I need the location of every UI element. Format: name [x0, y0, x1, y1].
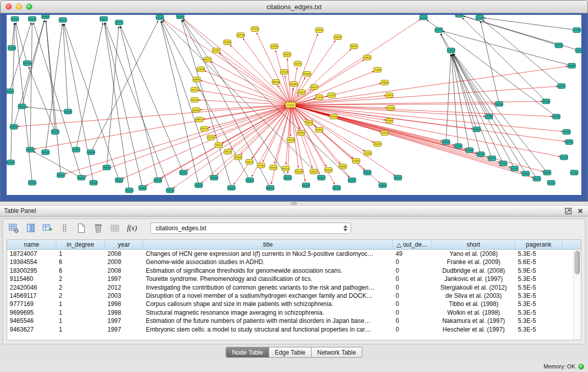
graph-node[interactable]: 16568	[64, 109, 72, 114]
tab-network-table[interactable]: Network Table	[311, 347, 362, 358]
graph-node[interactable]: 18095	[568, 63, 576, 68]
column-header-pagerank[interactable]: pagerank	[515, 240, 562, 249]
graph-node[interactable]: 16640	[334, 35, 341, 39]
graph-node[interactable]: 15449	[364, 151, 372, 156]
graph-node[interactable]: 11040	[476, 15, 484, 19]
graph-node[interactable]: 17757	[328, 93, 335, 97]
graph-node[interactable]: 96126	[282, 166, 290, 171]
graph-node[interactable]: 18452	[548, 180, 555, 185]
import-table-icon[interactable]	[41, 222, 54, 235]
graph-node[interactable]: 25675	[51, 129, 59, 134]
graph-node[interactable]: 16940	[166, 188, 174, 192]
graph-node[interactable]: 22060	[271, 44, 278, 49]
graph-node[interactable]: 16640	[522, 171, 530, 176]
table-row[interactable]: 977716911998Corpus callosum shape and si…	[7, 300, 573, 308]
graph-node[interactable]: 18123	[246, 178, 254, 182]
graph-node[interactable]: 95493	[324, 168, 332, 172]
graph-node[interactable]: 96101	[350, 44, 358, 49]
graph-node[interactable]: 11543	[454, 144, 462, 148]
graph-node[interactable]: 28181	[11, 16, 18, 21]
tab-edge-table[interactable]: Edge Table	[269, 347, 312, 358]
graph-node[interactable]: 16265	[290, 82, 298, 86]
graph-node[interactable]: 11548	[573, 28, 581, 32]
table-row[interactable]: 1938455462009Genome-wide association stu…	[7, 258, 573, 266]
float-panel-icon[interactable]	[564, 207, 572, 214]
graph-node[interactable]: 81304	[420, 15, 427, 19]
graph-node[interactable]: 91056	[28, 180, 36, 185]
graph-node[interactable]: 17771	[315, 95, 323, 99]
graph-node[interactable]: 10770	[435, 28, 443, 32]
graph-node[interactable]: 27514	[280, 70, 288, 74]
graph-node[interactable]: 95051	[115, 178, 123, 182]
graph-node[interactable]: 55923	[177, 15, 184, 19]
graph-node[interactable]: 16046	[7, 160, 14, 165]
graph-node[interactable]: 25605	[10, 124, 17, 129]
graph-node[interactable]: 25160	[8, 46, 15, 50]
table-row[interactable]: 1830029562008Estimation of significance …	[7, 267, 573, 275]
graph-node[interactable]: 96162	[41, 150, 49, 155]
graph-node[interactable]: 89918	[154, 178, 162, 182]
graph-node[interactable]: 74850	[381, 80, 388, 85]
graph-node[interactable]: 12606	[224, 40, 231, 45]
graph-node[interactable]: 74850	[363, 170, 371, 175]
graph-node[interactable]: 92816	[57, 172, 64, 177]
graph-node[interactable]: 75751	[348, 178, 356, 182]
graph-node[interactable]: 22040	[315, 127, 323, 132]
graph-node[interactable]: 94655	[228, 185, 235, 190]
graph-node[interactable]: 90518	[495, 101, 503, 106]
graph-node[interactable]: 92450	[394, 175, 402, 180]
graph-node[interactable]: 22040	[381, 130, 388, 135]
graph-node[interactable]: 93056	[210, 175, 218, 180]
table-row[interactable]: 946554611997Estimation of the future num…	[7, 317, 573, 325]
table-mode-icon[interactable]	[58, 222, 71, 235]
close-window-button[interactable]	[6, 4, 12, 10]
graph-node[interactable]: 26516	[115, 20, 123, 25]
table-row[interactable]: 969969511998Structural magnetic resonanc…	[7, 309, 573, 317]
graph-node[interactable]: 96101	[533, 176, 541, 181]
graph-node[interactable]: 32201	[294, 61, 302, 66]
graph-node[interactable]: 16864	[379, 183, 386, 187]
graph-node[interactable]: 92892	[7, 89, 13, 93]
graph-node[interactable]: 92637	[297, 90, 305, 94]
graph-node[interactable]: 12734	[576, 48, 581, 53]
graph-node[interactable]: 15723	[499, 161, 507, 166]
column-header-in_degree[interactable]: in_degree	[56, 240, 105, 249]
column-header-year[interactable]: year	[105, 240, 143, 249]
graph-node[interactable]: 16162	[385, 118, 393, 123]
graph-node[interactable]: 92182	[180, 170, 187, 175]
graph-node[interactable]: 94137	[310, 84, 318, 89]
graph-node[interactable]: 77971	[385, 93, 393, 97]
graph-node[interactable]: 18135	[284, 175, 292, 180]
table-scrollbar[interactable]	[573, 250, 581, 340]
graph-node[interactable]: 18604	[90, 180, 97, 185]
graph-node[interactable]: 99708	[272, 80, 280, 84]
column-header-short[interactable]: short	[432, 240, 515, 249]
graph-node[interactable]: 96011	[267, 185, 274, 190]
graph-node[interactable]: 18900	[26, 147, 34, 152]
graph-node[interactable]: 93051	[100, 16, 107, 21]
table-row[interactable]: 1872400712008Changes of HCN gene express…	[7, 250, 573, 258]
graph-node[interactable]: 16866	[139, 185, 146, 190]
graph-node[interactable]: 18302	[192, 107, 200, 112]
graph-node[interactable]: 12109	[560, 155, 568, 160]
graph-node[interactable]: 15723	[251, 27, 259, 31]
graph-node[interactable]: 12973	[488, 156, 496, 161]
graph-node[interactable]: 12543	[511, 166, 518, 171]
graph-node[interactable]: 85493	[374, 142, 381, 146]
column-header-out_degree[interactable]: △ out_de…	[393, 240, 432, 249]
graph-node[interactable]: 11652	[553, 114, 560, 119]
tab-node-table[interactable]: Node Table	[226, 347, 269, 358]
graph-node[interactable]: 18302	[305, 120, 313, 125]
table-row[interactable]: 911546021997Tourette syndrome. Phenomeno…	[7, 275, 573, 283]
graph-node[interactable]: 76254	[215, 143, 223, 147]
graph-node[interactable]: 11544	[563, 129, 571, 134]
graph-node[interactable]: 93620	[103, 165, 111, 170]
graph-node[interactable]: 76153	[224, 149, 232, 154]
graph-node[interactable]: 55051	[59, 17, 67, 22]
graph-node[interactable]: 12160	[387, 105, 395, 110]
table-selector-dropdown[interactable]: citations_edges.txt	[150, 223, 351, 234]
graph-node[interactable]: 12774	[555, 43, 563, 48]
zoom-window-button[interactable]	[26, 4, 32, 10]
graph-node[interactable]: 20651	[18, 104, 26, 108]
function-builder-icon[interactable]: f(x)	[125, 222, 139, 235]
